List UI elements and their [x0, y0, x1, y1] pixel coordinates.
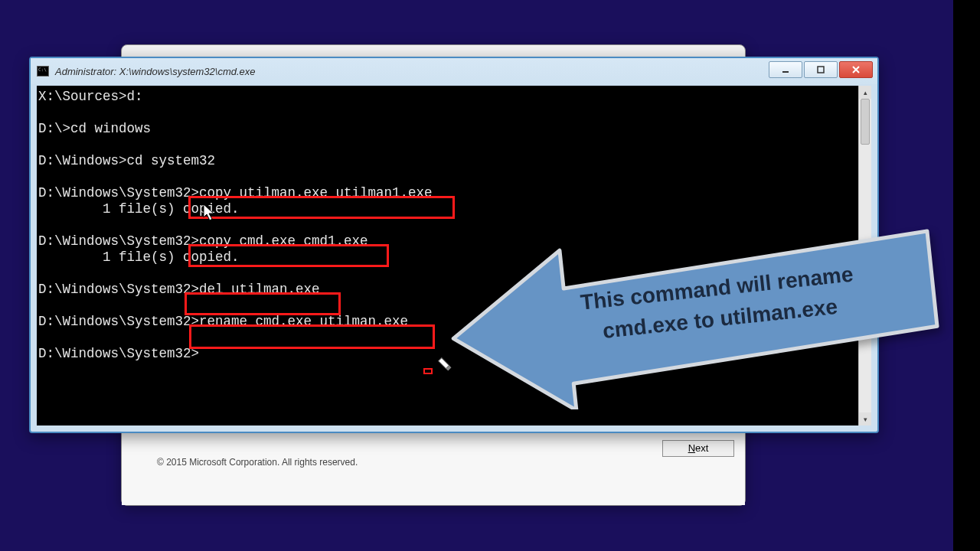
- minimize-button[interactable]: [769, 61, 802, 78]
- cmd-icon: [37, 66, 49, 77]
- scrollbar-down-arrow[interactable]: ▾: [859, 412, 871, 425]
- scrollbar-up-arrow[interactable]: ▴: [859, 86, 871, 99]
- window-title: Administrator: X:\windows\system32\cmd.e…: [55, 66, 256, 77]
- close-icon: [851, 65, 861, 74]
- next-button-label-rest: ext: [695, 442, 708, 454]
- vertical-scrollbar[interactable]: ▴ ▾: [858, 86, 871, 425]
- cmd-output[interactable]: X:\Sources>d: D:\>cd windows D:\Windows>…: [37, 86, 858, 425]
- cmd-client-area: X:\Sources>d: D:\>cd windows D:\Windows>…: [37, 86, 871, 425]
- titlebar[interactable]: Administrator: X:\windows\system32\cmd.e…: [31, 58, 877, 84]
- setup-dialog-footer: © 2015 Microsoft Corporation. All rights…: [122, 429, 745, 505]
- scrollbar-thumb[interactable]: [861, 99, 870, 145]
- copyright-text: © 2015 Microsoft Corporation. All rights…: [157, 457, 358, 468]
- letterbox-strip: [953, 0, 980, 551]
- maximize-icon: [816, 65, 825, 74]
- svg-rect-0: [782, 71, 789, 73]
- next-button[interactable]: Next: [662, 440, 734, 457]
- cmd-window: Administrator: X:\windows\system32\cmd.e…: [29, 57, 879, 433]
- svg-rect-1: [818, 67, 824, 73]
- close-button[interactable]: [839, 61, 873, 78]
- minimize-icon: [781, 65, 790, 74]
- window-controls: [769, 61, 873, 78]
- maximize-button[interactable]: [804, 61, 838, 78]
